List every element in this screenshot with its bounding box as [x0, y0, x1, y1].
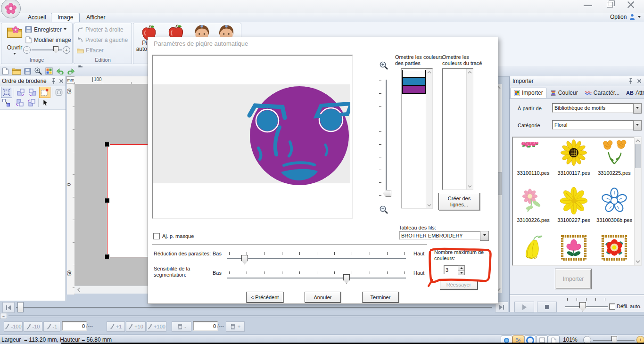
- selection-handle[interactable]: [105, 198, 110, 203]
- save-file-icon[interactable]: [24, 68, 31, 75]
- stitch-progress-track[interactable]: [16, 307, 492, 308]
- rotate-right-button[interactable]: Pivoter à droite: [77, 26, 124, 33]
- go-to-start-button[interactable]: [2, 302, 15, 313]
- color-minus-button[interactable]: -: [172, 321, 191, 332]
- selection-handle[interactable]: [105, 142, 110, 147]
- option-menu[interactable]: Option: [610, 14, 641, 20]
- tab-couleur[interactable]: Couleur: [547, 88, 581, 98]
- noise-slider-handle[interactable]: [241, 255, 248, 264]
- part-color-item[interactable]: [402, 77, 426, 86]
- stitch-number-field[interactable]: 0: [62, 321, 87, 331]
- open-button[interactable]: Ouvrir: [4, 25, 25, 55]
- color-number-field[interactable]: 0: [193, 321, 218, 331]
- category-dropdown[interactable]: Floral: [552, 120, 638, 130]
- tab-caracteristiques[interactable]: Caractér...: [582, 88, 622, 98]
- panel-close-icon[interactable]: [637, 79, 642, 83]
- import-button[interactable]: Importer: [555, 269, 592, 289]
- image-density-slider[interactable]: − +: [23, 46, 70, 54]
- toolbar-options-icon[interactable]: [78, 66, 83, 74]
- zoom-in-magnifier-icon[interactable]: [379, 61, 388, 70]
- thread-chart-dropdown-arrow[interactable]: [480, 231, 489, 241]
- tab-attributs[interactable]: AB Attribut...: [623, 88, 644, 98]
- back-button[interactable]: < Précédent: [246, 292, 283, 303]
- rotate-left-button[interactable]: Pivoter à gauche: [77, 37, 128, 43]
- selection-handle[interactable]: [105, 254, 110, 259]
- motif-item[interactable]: [513, 187, 553, 215]
- tab-importer[interactable]: Importer: [511, 88, 546, 98]
- part-color-item[interactable]: [402, 85, 426, 94]
- motif-item[interactable]: [513, 233, 553, 262]
- retry-button[interactable]: Réessayer: [440, 279, 478, 290]
- stitch-minus-1-button[interactable]: -1: [43, 321, 60, 332]
- erase-button[interactable]: Effacer: [77, 47, 104, 54]
- noise-slider-track[interactable]: [227, 258, 406, 259]
- scroll-up-icon[interactable]: [427, 71, 431, 74]
- design-settings-icon[interactable]: [45, 67, 53, 75]
- hoop-button[interactable]: [54, 87, 64, 98]
- speed-slider-track[interactable]: [565, 306, 608, 307]
- modify-image-button[interactable]: Modifier image: [25, 36, 71, 43]
- stitch-plus-10-button[interactable]: +10: [126, 321, 146, 332]
- tab-accueil[interactable]: Accueil: [22, 13, 52, 22]
- motif-item[interactable]: [594, 186, 634, 215]
- scroll-down-icon[interactable]: [468, 185, 472, 188]
- delete-selection-button[interactable]: [39, 87, 50, 98]
- stop-button[interactable]: [537, 302, 557, 312]
- segmentation-slider-handle[interactable]: [343, 274, 350, 284]
- density-plus-icon[interactable]: +: [63, 46, 70, 54]
- ruler-unit-box[interactable]: mm: [66, 76, 75, 84]
- motif-item[interactable]: [554, 233, 594, 262]
- pin-icon[interactable]: [628, 78, 633, 84]
- fit-selection-button[interactable]: [1, 87, 12, 98]
- close-button[interactable]: [627, 1, 635, 8]
- select-cursor-icon[interactable]: [40, 98, 50, 108]
- motif-item[interactable]: [594, 233, 634, 262]
- new-document-icon[interactable]: [2, 67, 9, 75]
- spin-down-button[interactable]: [458, 270, 465, 275]
- move-backward-button[interactable]: [27, 87, 38, 98]
- stitch-minus-10-button[interactable]: -10: [24, 321, 42, 332]
- pin-icon[interactable]: [51, 78, 56, 84]
- move-forward-button[interactable]: [16, 87, 26, 98]
- link-order-button[interactable]: [1, 98, 11, 108]
- zoom-tool-icon[interactable]: [34, 67, 42, 75]
- open-file-icon[interactable]: [12, 67, 21, 75]
- motif-item[interactable]: [594, 138, 634, 167]
- tab-afficher[interactable]: Afficher: [80, 13, 111, 22]
- stitch-plus-100-button[interactable]: +100: [147, 321, 166, 332]
- density-track[interactable]: [32, 49, 62, 50]
- color-plus-button[interactable]: +: [226, 321, 245, 332]
- from-dropdown-arrow[interactable]: [633, 103, 642, 114]
- save-button[interactable]: Enregistrer: [25, 26, 66, 33]
- rotate-order-forward-button[interactable]: [15, 98, 25, 108]
- motif-item[interactable]: [554, 186, 594, 215]
- cancel-button[interactable]: Annuler: [305, 292, 341, 303]
- finish-button[interactable]: Terminer: [362, 292, 399, 303]
- preview-zoom-track[interactable]: [386, 80, 387, 195]
- redo-icon[interactable]: [67, 68, 75, 74]
- thread-chart-dropdown[interactable]: BROTHER EMBROIDERY: [399, 231, 485, 240]
- from-dropdown[interactable]: Bibliothèque de motifs: [552, 103, 638, 113]
- scroll-up-icon[interactable]: [636, 139, 640, 143]
- scroll-thumb[interactable]: [635, 144, 641, 168]
- spin-up-button[interactable]: [458, 265, 465, 270]
- stitch-minus-100-button[interactable]: -100: [4, 321, 23, 332]
- stitch-progress-thumb[interactable]: [17, 302, 24, 312]
- scroll-up-icon[interactable]: [468, 71, 472, 74]
- part-color-item[interactable]: [402, 70, 426, 78]
- part-colors-scrollbar[interactable]: [426, 69, 432, 208]
- rotate-order-backward-button[interactable]: [26, 98, 37, 108]
- mask-checkbox[interactable]: [153, 233, 160, 239]
- density-handle[interactable]: [53, 46, 58, 53]
- category-dropdown-arrow[interactable]: [633, 120, 642, 131]
- autoscroll-checkbox[interactable]: [609, 303, 615, 310]
- speed-slider-handle[interactable]: [579, 302, 586, 311]
- panel-close-icon[interactable]: [59, 79, 64, 83]
- play-button[interactable]: [514, 302, 534, 312]
- tab-image[interactable]: Image: [51, 13, 80, 22]
- create-lines-button[interactable]: Créer des lignes...: [438, 193, 480, 210]
- undo-icon[interactable]: [56, 68, 64, 74]
- motif-list-scrollbar[interactable]: [634, 137, 641, 265]
- preview-zoom-handle[interactable]: [383, 190, 391, 197]
- segmentation-slider-track[interactable]: [227, 278, 406, 278]
